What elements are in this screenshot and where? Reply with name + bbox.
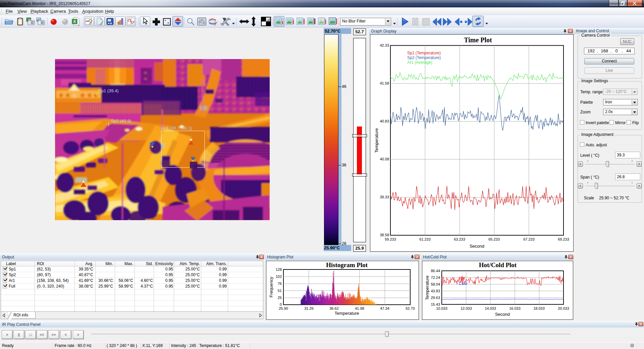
svg-text:Sp2 (40.9): Sp2 (40.9) xyxy=(111,118,131,123)
svg-text:X: X xyxy=(73,19,76,23)
svg-text:Sp1 (39.4): Sp1 (39.4) xyxy=(98,88,119,93)
svg-text:,: , xyxy=(78,22,79,26)
svg-text:Ar1 (30.7, 58.1): Ar1 (30.7, 58.1) xyxy=(162,126,192,131)
